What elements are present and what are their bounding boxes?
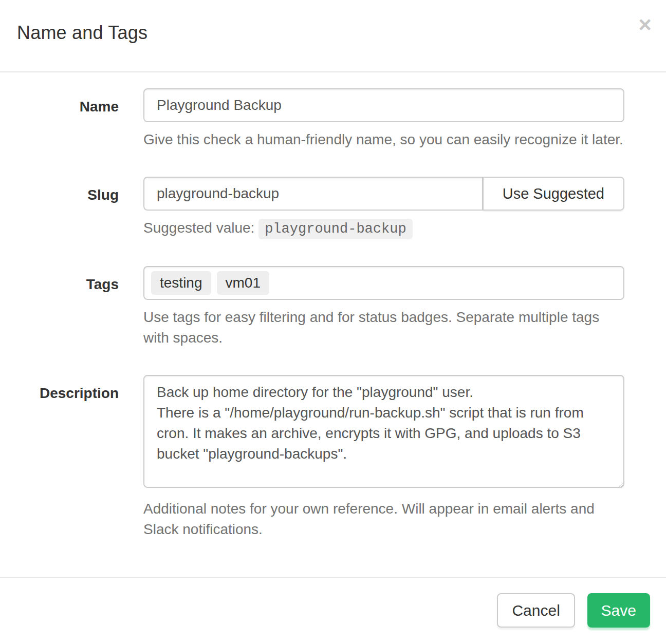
slug-input-group: Use Suggested xyxy=(143,177,624,211)
name-label: Name xyxy=(80,99,119,115)
slug-form-group: Slug Use Suggested Suggested value: play… xyxy=(0,177,624,239)
use-suggested-button[interactable]: Use Suggested xyxy=(483,177,624,211)
cancel-button[interactable]: Cancel xyxy=(497,593,575,628)
description-textarea[interactable]: Back up home directory for the "playgrou… xyxy=(143,375,624,488)
tag-pill: vm01 xyxy=(217,271,269,295)
description-label: Description xyxy=(40,385,119,401)
close-icon[interactable]: × xyxy=(638,13,652,36)
description-help-text: Additional notes for your own reference.… xyxy=(143,499,624,540)
tag-pill: testing xyxy=(151,271,211,295)
name-input[interactable] xyxy=(143,88,624,122)
tags-label: Tags xyxy=(86,276,119,292)
tags-help-text: Use tags for easy filtering and for stat… xyxy=(143,307,624,348)
name-tags-modal: Name and Tags × Name Give this check a h… xyxy=(0,0,666,644)
tags-input[interactable]: testing vm01 xyxy=(143,266,624,300)
suggested-value-prefix: Suggested value: xyxy=(143,220,254,236)
save-button[interactable]: Save xyxy=(587,593,650,628)
modal-header: Name and Tags × xyxy=(0,0,666,72)
slug-input[interactable] xyxy=(143,177,483,211)
description-form-group: Description Back up home directory for t… xyxy=(0,375,624,540)
tags-form-group: Tags testing vm01 Use tags for easy filt… xyxy=(0,266,624,348)
slug-label: Slug xyxy=(87,187,119,203)
name-help-text: Give this check a human-friendly name, s… xyxy=(143,129,624,150)
modal-body: Name Give this check a human-friendly na… xyxy=(0,72,666,577)
modal-footer: Cancel Save xyxy=(0,577,666,644)
name-form-group: Name Give this check a human-friendly na… xyxy=(0,88,624,150)
suggested-value-code: playground-backup xyxy=(258,219,412,239)
slug-help-text: Suggested value: playground-backup xyxy=(143,218,624,239)
page-title: Name and Tags xyxy=(17,24,649,42)
